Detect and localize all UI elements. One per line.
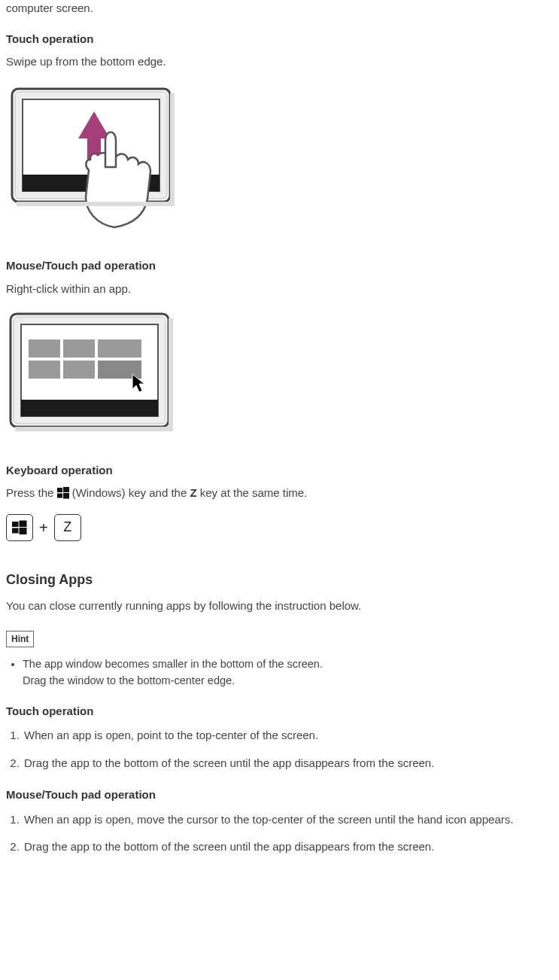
mouse-rightclick-illustration <box>6 309 553 443</box>
windows-key-icon <box>6 514 33 541</box>
windows-logo-icon <box>57 486 69 499</box>
hint-line1: The app window becomes smaller in the bo… <box>23 658 323 670</box>
touch-operation-text: Swipe up from the bottom edge. <box>6 53 553 71</box>
kb-post: key at the same time. <box>197 486 308 499</box>
list-item: When an app is open, point to the top-ce… <box>23 727 553 744</box>
list-item: Drag the app to the bottom of the screen… <box>23 755 553 772</box>
svg-rect-13 <box>98 339 141 358</box>
svg-rect-17 <box>21 400 158 416</box>
closing-apps-intro: You can close currently running apps by … <box>6 598 553 615</box>
svg-rect-28 <box>20 528 27 534</box>
mouse-operation-text: Right-click within an app. <box>6 281 553 298</box>
svg-rect-27 <box>12 528 19 533</box>
svg-rect-11 <box>29 339 60 358</box>
list-item: When an app is open, move the cursor to … <box>23 811 553 829</box>
svg-rect-7 <box>17 202 175 206</box>
svg-rect-22 <box>63 487 69 492</box>
keyboard-operation-heading: Keyboard operation <box>6 462 553 479</box>
hint-item: The app window becomes smaller in the bo… <box>23 656 553 689</box>
kb-pre: Press the <box>6 486 57 499</box>
truncated-line: computer screen. <box>6 0 553 17</box>
svg-rect-20 <box>15 427 173 431</box>
touch-steps: When an app is open, point to the top-ce… <box>23 727 553 772</box>
svg-rect-23 <box>57 494 62 498</box>
svg-rect-26 <box>20 520 27 527</box>
hint-line2: Drag the window to the bottom-center edg… <box>23 674 235 686</box>
touch-operation-heading-2: Touch operation <box>6 703 553 720</box>
hint-label: Hint <box>6 631 34 647</box>
svg-rect-14 <box>29 361 60 379</box>
svg-rect-15 <box>63 361 95 379</box>
keyboard-combo-illustration: + Z <box>6 514 553 541</box>
z-key-icon: Z <box>54 514 81 541</box>
touch-swipe-illustration <box>6 83 553 239</box>
keyboard-operation-text: Press the (Windows) key and the Z key at… <box>6 485 553 502</box>
hint-list: The app window becomes smaller in the bo… <box>23 656 553 689</box>
svg-rect-6 <box>170 93 175 205</box>
svg-rect-21 <box>57 488 62 492</box>
mouse-operation-heading: Mouse/Touch pad operation <box>6 257 553 275</box>
svg-rect-12 <box>63 339 95 358</box>
svg-rect-24 <box>63 493 69 499</box>
touch-operation-heading: Touch operation <box>6 31 553 48</box>
kb-mid: (Windows) key and the <box>69 486 190 499</box>
list-item: Drag the app to the bottom of the screen… <box>23 838 553 856</box>
mouse-operation-heading-2: Mouse/Touch pad operation <box>6 787 553 804</box>
svg-rect-19 <box>169 318 173 430</box>
mouse-steps: When an app is open, move the cursor to … <box>23 811 553 856</box>
svg-rect-25 <box>12 522 19 527</box>
plus-icon: + <box>39 516 48 539</box>
kb-key-letter: Z <box>190 486 196 499</box>
closing-apps-heading: Closing Apps <box>6 570 553 590</box>
